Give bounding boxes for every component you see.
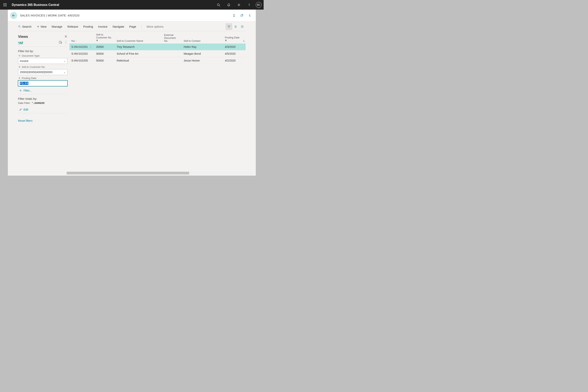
col-header-l[interactable]: L: [242, 32, 246, 44]
svg-rect-1: [5, 3, 5, 4]
filter-icon: [225, 40, 240, 42]
horizontal-scrollbar[interactable]: [67, 172, 252, 174]
page-title: SALES INVOICES | WORK DATE: 4/6/2020: [20, 14, 80, 17]
col-header-customer-name[interactable]: Sell-to Customer Name: [115, 32, 162, 44]
svg-line-10: [219, 5, 220, 6]
customer-no-input[interactable]: [18, 69, 68, 75]
svg-point-24: [242, 26, 242, 26]
cell-no[interactable]: S-INV102201 ⋮: [70, 44, 94, 50]
document-type-select[interactable]: [18, 58, 68, 64]
collapse-icon[interactable]: [248, 13, 252, 18]
release-menu[interactable]: Release: [68, 25, 78, 28]
search-label: Search: [22, 25, 32, 28]
filter-label: Document Type: [22, 54, 40, 57]
svg-rect-5: [6, 4, 6, 5]
posting-date-value: P3..P4: [20, 82, 28, 85]
filter-label: Posting Date: [22, 77, 36, 80]
cell-posting-date: 4/5/2020: [223, 50, 242, 57]
cell-l: [242, 44, 246, 50]
posting-date-input[interactable]: P3..P4: [18, 80, 68, 86]
main-frame: SALES INVOICES | WORK DATE: 4/6/2020 Sea…: [8, 10, 256, 176]
cell-posting-date: 4/3/2020: [223, 44, 242, 50]
col-header-customer-no[interactable]: Sell-to Customer No.: [94, 32, 115, 44]
cell-customer-name: Relecloud: [115, 57, 162, 64]
command-separator: [141, 24, 142, 29]
page-menu[interactable]: Page: [129, 25, 136, 28]
filter-list-label: Filter list by:: [18, 50, 68, 53]
cell-customer-no[interactable]: 30000: [94, 50, 115, 57]
date-filter-value: ''..04/06/20: [32, 102, 44, 104]
edit-total-filter-button[interactable]: Edit: [18, 107, 68, 112]
search-button[interactable]: Search: [18, 25, 32, 28]
cell-customer-no[interactable]: 50000: [94, 57, 115, 64]
cell-contact: Helen Ray: [182, 44, 223, 50]
page-header: SALES INVOICES | WORK DATE: 4/6/2020: [8, 10, 256, 21]
cell-customer-name: School of Fine Art: [115, 50, 162, 57]
settings-icon[interactable]: [234, 0, 243, 9]
view-more-icon[interactable]: ⋮: [64, 41, 68, 44]
navigate-menu[interactable]: Navigate: [112, 25, 124, 28]
row-more-icon[interactable]: ⋮: [90, 45, 92, 48]
divider: [18, 113, 68, 113]
cell-posting-date: 4/2/2020: [223, 57, 242, 64]
svg-point-9: [217, 4, 219, 6]
col-header-contact[interactable]: Sell-to Contact: [182, 32, 223, 44]
invoice-menu[interactable]: Invoice: [98, 25, 108, 28]
remove-filter-customer-no-icon[interactable]: ✕: [18, 66, 20, 68]
table-row[interactable]: S-INV102201 ⋮20000Trey ResearchHelen Ray…: [70, 44, 246, 50]
col-header-external-doc[interactable]: External Document No.: [162, 32, 182, 44]
app-title: Dynamics 365 Business Central: [12, 3, 59, 7]
table-header-row: No.↑ Sell-to Customer No. Sell-to Custom…: [70, 32, 246, 44]
divider: [18, 94, 68, 94]
cell-external-doc: [162, 50, 182, 57]
app-launcher-icon[interactable]: [3, 2, 8, 7]
svg-line-16: [20, 27, 20, 28]
new-button[interactable]: New: [37, 25, 47, 28]
new-label: New: [41, 25, 47, 28]
back-button[interactable]: [10, 12, 17, 19]
view-all-link[interactable]: *All: [18, 41, 23, 44]
more-options-menu[interactable]: More options: [146, 25, 164, 28]
manage-menu[interactable]: Manage: [52, 25, 62, 28]
remove-filter-posting-date-icon[interactable]: ✕: [18, 77, 20, 80]
divider: [18, 46, 68, 47]
filter-customer-no: ✕ Sell-to Customer No. ⌄: [18, 66, 68, 75]
cell-no[interactable]: S-INV102205: [70, 57, 94, 64]
sort-asc-icon: ↑: [76, 40, 77, 42]
svg-rect-27: [59, 41, 61, 43]
table-row[interactable]: S-INV10220230000School of Fine ArtMeagan…: [70, 50, 246, 57]
cell-external-doc: [162, 57, 182, 64]
posting-menu[interactable]: Posting: [83, 25, 93, 28]
cell-contact: Jesse Homer: [182, 57, 223, 64]
sales-invoices-table: No.↑ Sell-to Customer No. Sell-to Custom…: [70, 32, 246, 64]
workspace: Search New Manage Release Posting Invoic…: [8, 21, 256, 176]
info-icon[interactable]: [239, 23, 246, 30]
svg-rect-7: [5, 6, 5, 6]
save-view-icon[interactable]: [59, 41, 62, 44]
views-title: Views: [18, 35, 28, 39]
close-filter-pane-icon[interactable]: [64, 35, 68, 38]
table-row[interactable]: S-INV10220550000RelecloudJesse Homer4/2/…: [70, 57, 246, 64]
bookmark-icon[interactable]: [232, 13, 236, 18]
svg-rect-6: [4, 6, 4, 6]
search-icon[interactable]: [214, 0, 223, 9]
open-new-window-icon[interactable]: [240, 13, 244, 18]
add-filter-button[interactable]: Filter...: [18, 88, 68, 93]
remove-filter-document-type-icon[interactable]: ✕: [18, 54, 20, 57]
svg-rect-3: [4, 4, 4, 5]
col-header-posting-date[interactable]: Posting Date: [223, 32, 242, 44]
scrollbar-thumb[interactable]: [67, 172, 189, 174]
list-view-icon[interactable]: [232, 23, 239, 30]
filter-pane-toggle-icon[interactable]: [226, 23, 232, 30]
cell-contact: Meagan Bond: [182, 50, 223, 57]
notifications-icon[interactable]: [224, 0, 233, 9]
filter-document-type: ✕ Document Type ⌄: [18, 54, 68, 64]
help-icon[interactable]: [245, 0, 254, 9]
svg-rect-8: [6, 6, 6, 6]
date-filter-row: Date Filter: ''..04/06/20: [18, 102, 68, 104]
user-avatar[interactable]: BC: [256, 2, 262, 8]
cell-no[interactable]: S-INV102202: [70, 50, 94, 57]
reset-filters-link[interactable]: Reset filters: [18, 119, 32, 122]
col-header-no[interactable]: No.↑: [70, 32, 94, 44]
cell-customer-no[interactable]: 20000: [94, 44, 115, 50]
